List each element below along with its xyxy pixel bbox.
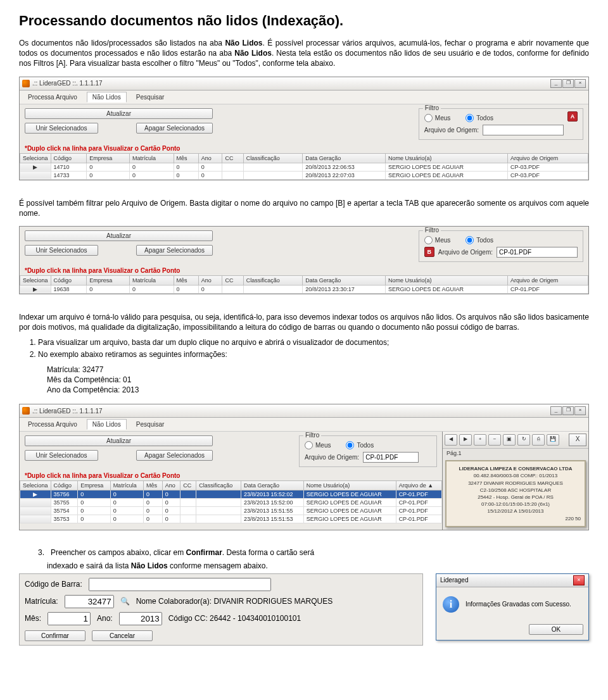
col-nome-usuario[interactable]: Nome Usuário(a) bbox=[303, 481, 396, 491]
minimize-button[interactable]: _ bbox=[550, 406, 562, 415]
atualizar-button[interactable]: Atualizar bbox=[25, 230, 213, 241]
col-matricula[interactable]: Matrícula bbox=[130, 153, 174, 163]
col-empresa[interactable]: Empresa bbox=[87, 153, 130, 163]
matricula-input[interactable] bbox=[65, 595, 114, 608]
viewer-zoomout-icon[interactable]: − bbox=[488, 434, 501, 446]
confirmar-button[interactable]: Confirmar bbox=[25, 630, 86, 641]
col-ano[interactable]: Ano bbox=[162, 481, 180, 491]
origem-input[interactable] bbox=[363, 452, 419, 463]
radio-meus[interactable]: Meus bbox=[424, 236, 450, 244]
dialog-ok-button[interactable]: OK bbox=[529, 624, 583, 635]
viewer-close-button[interactable]: X bbox=[569, 434, 586, 446]
ano-input[interactable] bbox=[119, 612, 162, 625]
radio-todos[interactable]: Todos bbox=[466, 236, 493, 244]
radio-todos[interactable]: Todos bbox=[466, 114, 493, 122]
col-arquivo-origem[interactable]: Arquivo de Origem bbox=[508, 275, 588, 285]
tab-pesquisar[interactable]: Pesquisar bbox=[130, 92, 170, 103]
col-classificacao[interactable]: Classificação bbox=[243, 153, 303, 163]
atualizar-button[interactable]: Atualizar bbox=[25, 108, 213, 119]
col-matricula[interactable]: Matrícula bbox=[110, 481, 143, 491]
mes-input[interactable] bbox=[48, 612, 91, 625]
tab-processa-arquivo[interactable]: Processa Arquivo bbox=[22, 419, 83, 430]
dialog-close-button[interactable]: × bbox=[573, 575, 585, 585]
col-empresa[interactable]: Empresa bbox=[78, 481, 110, 491]
duplo-click-hint: *Duplo click na linha para Visualizar o … bbox=[20, 471, 442, 480]
tab-nao-lidos[interactable]: Não Lidos bbox=[87, 419, 127, 430]
col-nome-usuario[interactable]: Nome Usuário(a) bbox=[385, 275, 507, 285]
tab-processa-arquivo[interactable]: Processa Arquivo bbox=[22, 92, 83, 103]
col-arquivo-origem[interactable]: Arquivo de ▲ bbox=[396, 481, 441, 491]
data-grid[interactable]: Seleciona Código Empresa Matrícula Mês A… bbox=[20, 153, 588, 180]
codigo-barra-input[interactable] bbox=[89, 578, 271, 591]
table-row[interactable]: 14733 0 0 0 0 20/8/2013 22:07:03 SERGIO … bbox=[20, 171, 588, 179]
tab-pesquisar[interactable]: Pesquisar bbox=[130, 419, 170, 430]
data-grid[interactable]: Seleciona Código Empresa Matrícula Mês A… bbox=[20, 275, 588, 294]
col-mes[interactable]: Mês bbox=[174, 153, 198, 163]
origem-input[interactable] bbox=[483, 125, 564, 135]
radio-meus[interactable]: Meus bbox=[305, 441, 331, 449]
viewer-next-icon[interactable]: ▶ bbox=[459, 434, 472, 446]
unir-selecionados-button[interactable]: Unir Selecionados bbox=[25, 450, 98, 461]
col-mes[interactable]: Mês bbox=[144, 481, 163, 491]
unir-selecionados-button[interactable]: Unir Selecionados bbox=[25, 123, 98, 134]
atualizar-button[interactable]: Atualizar bbox=[25, 435, 213, 446]
table-row[interactable]: ▶ 19638 0 0 0 0 20/8/2013 23:30:17 SERGI… bbox=[20, 285, 588, 293]
search-icon[interactable]: 🔍 bbox=[120, 597, 130, 606]
cell bbox=[196, 491, 241, 499]
apagar-selecionados-button[interactable]: Apagar Selecionados bbox=[136, 123, 213, 134]
table-row[interactable]: 35754000023/8/2013 15:51:55SERGIO LOPES … bbox=[20, 507, 442, 515]
minimize-button[interactable]: _ bbox=[550, 79, 562, 88]
viewer-print-icon[interactable]: ⎙ bbox=[532, 434, 545, 446]
col-nome-usuario[interactable]: Nome Usuário(a) bbox=[385, 153, 507, 163]
document-viewer: ◀ ▶ + − ▣ ↻ ⎙ 💾 X Pág.1 LIDERANCA LIMPEZ… bbox=[442, 432, 588, 530]
table-row[interactable]: ▶35756000023/8/2013 15:52:02SERGIO LOPES… bbox=[20, 491, 442, 499]
col-ano[interactable]: Ano bbox=[198, 275, 222, 285]
col-cc[interactable]: CC bbox=[222, 153, 243, 163]
data-grid[interactable]: Seleciona Código Empresa Matrícula Mês A… bbox=[20, 480, 442, 523]
col-seleciona[interactable]: Seleciona bbox=[20, 275, 51, 285]
cell: SERGIO LOPES DE AGUIAR bbox=[303, 491, 396, 499]
radio-label: Todos bbox=[476, 115, 493, 122]
cell: 23/8/2013 15:51:55 bbox=[241, 507, 303, 515]
viewer-fit-icon[interactable]: ▣ bbox=[503, 434, 516, 446]
table-row[interactable]: 35755000023/8/2013 15:52:00SERGIO LOPES … bbox=[20, 499, 442, 507]
unir-selecionados-button[interactable]: Unir Selecionados bbox=[25, 245, 98, 256]
origem-input[interactable] bbox=[497, 247, 578, 258]
col-codigo[interactable]: Código bbox=[51, 153, 87, 163]
maximize-button[interactable]: ❐ bbox=[562, 79, 574, 88]
col-arquivo-origem[interactable]: Arquivo de Origem bbox=[508, 153, 588, 163]
table-row[interactable]: ▶ 14710 0 0 0 0 20/8/2013 22:06:53 SERGI… bbox=[20, 163, 588, 171]
col-cc[interactable]: CC bbox=[180, 481, 196, 491]
apagar-selecionados-button[interactable]: Apagar Selecionados bbox=[136, 245, 213, 256]
col-matricula[interactable]: Matrícula bbox=[130, 275, 174, 285]
tab-bar: Processa Arquivo Não Lidos Pesquisar bbox=[20, 418, 588, 432]
col-data-geracao[interactable]: Data Geração bbox=[241, 481, 303, 491]
viewer-rotate-icon[interactable]: ↻ bbox=[517, 434, 530, 446]
close-button[interactable]: × bbox=[574, 79, 586, 88]
col-mes[interactable]: Mês bbox=[174, 275, 198, 285]
radio-todos[interactable]: Todos bbox=[346, 441, 374, 449]
apagar-selecionados-button[interactable]: Apagar Selecionados bbox=[136, 450, 213, 461]
radio-meus[interactable]: Meus bbox=[424, 114, 450, 122]
col-codigo[interactable]: Código bbox=[51, 481, 78, 491]
table-row[interactable]: 35753000023/8/2013 15:51:53SERGIO LOPES … bbox=[20, 515, 442, 523]
close-button[interactable]: × bbox=[574, 406, 586, 415]
cancelar-button[interactable]: Cancelar bbox=[92, 630, 153, 641]
tab-nao-lidos[interactable]: Não Lidos bbox=[87, 92, 127, 103]
viewer-prev-icon[interactable]: ◀ bbox=[445, 434, 457, 446]
col-empresa[interactable]: Empresa bbox=[87, 275, 130, 285]
col-classificacao[interactable]: Classificação bbox=[196, 481, 241, 491]
origem-label: Arquivo de Origem: bbox=[305, 454, 359, 461]
col-data-geracao[interactable]: Data Geração bbox=[303, 153, 386, 163]
viewer-save-icon[interactable]: 💾 bbox=[547, 434, 559, 446]
col-codigo[interactable]: Código bbox=[51, 275, 87, 285]
cell bbox=[180, 515, 196, 523]
col-classificacao[interactable]: Classificação bbox=[243, 275, 303, 285]
col-data-geracao[interactable]: Data Geração bbox=[303, 275, 386, 285]
col-seleciona[interactable]: Seleciona bbox=[20, 481, 51, 491]
col-seleciona[interactable]: Seleciona bbox=[20, 153, 51, 163]
col-cc[interactable]: CC bbox=[222, 275, 243, 285]
col-ano[interactable]: Ano bbox=[198, 153, 222, 163]
maximize-button[interactable]: ❐ bbox=[562, 406, 574, 415]
viewer-zoomin-icon[interactable]: + bbox=[474, 434, 486, 446]
